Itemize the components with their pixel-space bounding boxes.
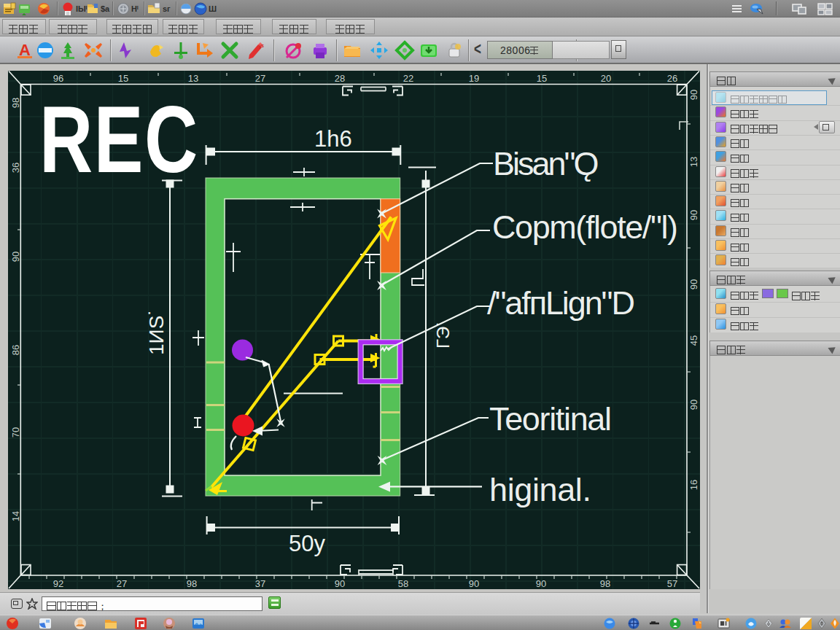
svg-text:16: 16 — [688, 480, 699, 490]
svg-text:98: 98 — [10, 98, 21, 108]
svg-text:Copm(flote/"l): Copm(flote/"l) — [492, 209, 677, 246]
svg-text:ГЭ˙: ГЭ˙ — [433, 321, 453, 349]
svg-text:70: 70 — [10, 427, 21, 438]
svg-text:higinal.: higinal. — [489, 471, 591, 508]
svg-text:15: 15 — [537, 73, 547, 84]
svg-text:90: 90 — [688, 210, 699, 220]
svg-text:58: 58 — [398, 578, 408, 589]
svg-text:90: 90 — [335, 578, 345, 589]
svg-text:1ИS˙: 1ИS˙ — [145, 308, 168, 355]
svg-text:REC: REC — [39, 86, 199, 192]
svg-text:90: 90 — [688, 279, 699, 289]
svg-text:90: 90 — [469, 578, 479, 589]
svg-text:26: 26 — [667, 73, 677, 84]
svg-text:13: 13 — [188, 73, 198, 84]
svg-text:50y: 50y — [289, 531, 325, 556]
svg-text:90: 90 — [10, 252, 21, 262]
svg-text:/"afпLign"D: /"afпLign"D — [487, 284, 634, 322]
svg-text:90: 90 — [688, 400, 699, 410]
svg-text:ys: ys — [259, 43, 265, 49]
svg-text:14: 14 — [10, 511, 21, 521]
svg-text:15: 15 — [118, 73, 128, 84]
svg-text:36: 36 — [10, 163, 21, 173]
svg-text:Teoritinal: Teoritinal — [489, 400, 611, 438]
svg-text:13: 13 — [688, 157, 699, 167]
svg-text:98: 98 — [187, 578, 197, 589]
svg-text:28: 28 — [335, 73, 345, 84]
svg-text:92: 92 — [53, 578, 63, 589]
svg-text:20: 20 — [601, 73, 611, 84]
svg-text:27: 27 — [255, 73, 265, 84]
svg-text:1h6: 1h6 — [314, 126, 352, 152]
svg-text:27: 27 — [117, 578, 127, 589]
svg-text:Bisan"Ǫ: Bisan"Ǫ — [493, 145, 598, 182]
svg-text:98: 98 — [600, 578, 610, 589]
svg-text:45: 45 — [688, 335, 699, 346]
svg-text:90: 90 — [688, 90, 699, 100]
svg-text:22: 22 — [403, 73, 413, 84]
svg-text:86: 86 — [10, 345, 21, 355]
svg-text:19: 19 — [469, 73, 479, 84]
svg-text:90: 90 — [536, 578, 546, 589]
svg-text:37: 37 — [255, 578, 265, 589]
svg-text:96: 96 — [53, 73, 63, 84]
svg-text:57: 57 — [667, 578, 677, 589]
